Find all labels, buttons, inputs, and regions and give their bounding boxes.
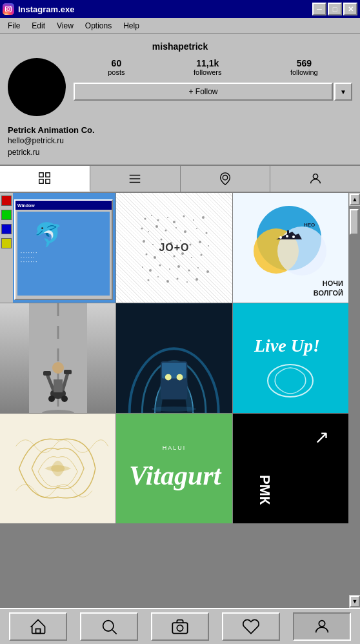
taskbar-home-button[interactable] bbox=[9, 612, 67, 641]
taskbar-search-button[interactable] bbox=[80, 612, 138, 641]
svg-point-56 bbox=[186, 281, 188, 283]
svg-rect-95 bbox=[36, 629, 41, 634]
menu-file[interactable]: File bbox=[3, 20, 25, 32]
svg-rect-5 bbox=[46, 173, 50, 177]
location-icon bbox=[218, 172, 232, 186]
svg-point-40 bbox=[173, 256, 175, 257]
tab-location[interactable] bbox=[181, 166, 271, 192]
follow-button[interactable]: + Follow bbox=[74, 83, 333, 101]
svg-point-13 bbox=[144, 218, 146, 220]
svg-point-86 bbox=[177, 374, 183, 381]
list-icon bbox=[128, 172, 142, 186]
joho-logo: JO+O bbox=[159, 242, 189, 254]
svg-point-38 bbox=[154, 256, 156, 259]
svg-rect-73 bbox=[43, 371, 51, 376]
minimize-button[interactable]: ─ bbox=[312, 3, 326, 15]
bio-website[interactable]: petrick.ru bbox=[8, 146, 352, 158]
grid-post-3[interactable]: НЕО НОЧИВОЛГОЙ bbox=[233, 193, 348, 303]
home-icon bbox=[29, 618, 47, 636]
stats-and-button: 60 posts 11,1k followers 569 following +… bbox=[74, 58, 352, 101]
taskbar-camera-button[interactable] bbox=[151, 612, 209, 641]
grid-post-5[interactable] bbox=[116, 303, 232, 413]
svg-point-70 bbox=[61, 396, 68, 402]
side-icon-green bbox=[1, 210, 12, 220]
follow-row: + Follow ▼ bbox=[74, 83, 352, 101]
svg-point-24 bbox=[165, 230, 166, 232]
following-count: 569 bbox=[290, 58, 318, 68]
profile-section: mishapetrick 60 posts 11,1k followers 56… bbox=[0, 34, 360, 121]
maximize-button[interactable]: □ bbox=[328, 3, 342, 15]
menu-edit[interactable]: Edit bbox=[26, 20, 50, 32]
scroll-track[interactable] bbox=[349, 206, 360, 595]
bio-email[interactable]: hello@petrick.ru bbox=[8, 135, 352, 146]
svg-point-29 bbox=[143, 240, 145, 243]
svg-point-3 bbox=[10, 6, 11, 8]
tab-tagged[interactable] bbox=[270, 166, 360, 192]
close-button[interactable]: ✕ bbox=[343, 3, 357, 15]
stat-posts: 60 posts bbox=[108, 58, 125, 76]
scroll-thumb[interactable] bbox=[350, 209, 359, 235]
following-label: following bbox=[290, 68, 318, 76]
svg-point-49 bbox=[188, 270, 190, 272]
cell5-content bbox=[116, 303, 232, 413]
taskbar-heart-button[interactable] bbox=[222, 612, 280, 641]
svg-point-27 bbox=[196, 228, 197, 229]
metro-svg bbox=[116, 303, 232, 413]
grid-post-6[interactable]: Live Up! bbox=[233, 303, 348, 413]
svg-point-26 bbox=[184, 230, 186, 233]
side-icon-red bbox=[1, 196, 12, 206]
main-content: mishapetrick 60 posts 11,1k followers 56… bbox=[0, 34, 360, 608]
stat-following: 569 following bbox=[290, 58, 318, 76]
vertical-scrollbar: ▲ ▼ bbox=[348, 193, 360, 608]
title-bar: Instagram.exe ─ □ ✕ bbox=[0, 0, 360, 18]
svg-point-31 bbox=[160, 239, 162, 241]
posts-count: 60 bbox=[108, 58, 125, 68]
taskbar-profile-button[interactable] bbox=[293, 612, 351, 641]
grid-post-8[interactable]: HALUI Vitagurt bbox=[116, 414, 232, 523]
scroll-down-button[interactable]: ▼ bbox=[350, 596, 360, 607]
menu-bar: File Edit View Options Help bbox=[0, 18, 360, 34]
svg-rect-4 bbox=[39, 173, 43, 177]
menu-view[interactable]: View bbox=[52, 20, 79, 32]
svg-point-76 bbox=[52, 362, 64, 374]
svg-point-42 bbox=[191, 257, 192, 258]
grid-post-9[interactable]: ↗ ПЛО РМК bbox=[233, 414, 348, 523]
tab-list[interactable] bbox=[90, 166, 181, 192]
grid-post-4[interactable] bbox=[0, 303, 115, 413]
svg-point-19 bbox=[193, 219, 194, 221]
window-controls: ─ □ ✕ bbox=[312, 3, 357, 15]
svg-point-22 bbox=[148, 231, 149, 232]
svg-point-47 bbox=[169, 268, 170, 270]
svg-point-100 bbox=[319, 621, 325, 627]
followers-count: 11,1k bbox=[194, 58, 221, 68]
scroll-up-button[interactable]: ▲ bbox=[350, 194, 360, 205]
menu-options[interactable]: Options bbox=[80, 20, 117, 32]
grid-post-1[interactable]: Window 🐬 · · · · · · ·· · · · · ·· · · ·… bbox=[0, 193, 115, 303]
svg-point-57 bbox=[195, 278, 198, 281]
vitagurt-logo-svg: Vitagurt bbox=[126, 454, 223, 492]
tab-grid[interactable] bbox=[0, 166, 90, 192]
svg-point-46 bbox=[159, 265, 161, 267]
cursor-arrow-icon: ↗ bbox=[314, 427, 329, 448]
svg-point-54 bbox=[166, 280, 169, 283]
svg-text:Vitagurt: Vitagurt bbox=[129, 461, 222, 490]
svg-point-52 bbox=[147, 279, 149, 281]
pio-svg: ПЛО РМК bbox=[258, 417, 323, 520]
svg-point-21 bbox=[141, 228, 143, 230]
followers-label: followers bbox=[194, 68, 221, 76]
svg-point-34 bbox=[189, 244, 191, 246]
window-title: Instagram.exe bbox=[18, 5, 308, 14]
instagram-icon bbox=[3, 3, 14, 15]
grid-post-2[interactable]: JO+O bbox=[116, 193, 232, 303]
cell7-content bbox=[0, 414, 115, 523]
svg-point-48 bbox=[177, 265, 180, 268]
svg-rect-6 bbox=[39, 179, 43, 183]
camera-icon bbox=[171, 618, 189, 636]
grid-post-7[interactable] bbox=[0, 414, 115, 523]
svg-point-62 bbox=[279, 236, 282, 239]
menu-help[interactable]: Help bbox=[118, 20, 145, 32]
svg-point-99 bbox=[177, 625, 183, 631]
svg-point-17 bbox=[173, 221, 175, 223]
follow-dropdown-button[interactable]: ▼ bbox=[334, 83, 352, 101]
heart-icon bbox=[242, 618, 260, 636]
